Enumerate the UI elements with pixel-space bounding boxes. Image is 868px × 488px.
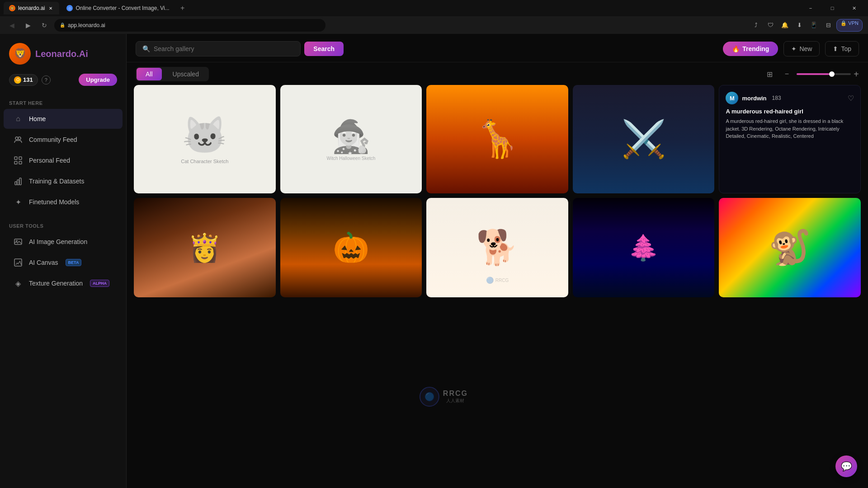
grid-action-2[interactable]: ⊞ xyxy=(284,89,297,101)
forward-button[interactable]: ▶ xyxy=(22,19,34,32)
maximize-button[interactable]: □ xyxy=(822,0,843,16)
tab-close-1[interactable]: ✕ xyxy=(47,5,54,11)
item-actions-2: ⊞ ✎ ⤢ xyxy=(284,89,419,101)
finetuned-icon: ✦ xyxy=(13,197,24,207)
tab-2[interactable]: ◎ Online Converter - Convert Image, Vi..… xyxy=(61,2,175,14)
item-actions-9: ⊞ ✎ ⤢ xyxy=(722,202,857,214)
svg-rect-7 xyxy=(17,180,19,185)
edit-action-1[interactable]: ✎ xyxy=(152,89,165,101)
training-label: Training & Datasets xyxy=(29,178,84,185)
sidebar-icon[interactable]: ⊟ xyxy=(822,19,835,32)
grid-action-8[interactable]: ⊞ xyxy=(576,202,589,214)
gallery-item-4[interactable]: ⚔️ xyxy=(573,85,715,193)
ai-canvas-icon xyxy=(13,257,24,268)
item-actions-1: ⊞ ✎ ⤢ xyxy=(137,89,272,101)
filter-upscaled[interactable]: Upscaled xyxy=(164,68,208,80)
edit-action-2[interactable]: ✎ xyxy=(298,89,311,101)
trending-button[interactable]: 🔥 Trending xyxy=(723,42,778,56)
address-bar[interactable]: 🔒 app.leonardo.ai xyxy=(54,19,326,32)
credits-row: ⬡ 131 ? Upgrade xyxy=(0,74,126,93)
sidebar-item-finetuned[interactable]: ✦ Finetuned Models xyxy=(4,192,123,212)
expand-action-5[interactable]: ⤢ xyxy=(259,202,272,214)
search-button[interactable]: Search xyxy=(304,42,344,56)
tooltip-user: M mordwin 183 ♡ xyxy=(726,92,854,104)
sidebar-item-ai-canvas[interactable]: AI Canvas BETA xyxy=(4,253,123,272)
zoom-thumb[interactable] xyxy=(829,71,835,77)
gallery-item-tooltip[interactable]: M mordwin 183 ♡ A murderous red-haired g… xyxy=(719,85,861,193)
fire-icon: 🔥 xyxy=(732,45,740,52)
sidebar-item-texture[interactable]: ◈ Texture Generation ALPHA xyxy=(4,273,123,293)
sidebar-item-ai-image[interactable]: AI Image Generation xyxy=(4,232,123,252)
sidebar-item-community[interactable]: Community Feed xyxy=(4,130,123,150)
logo-avatar: 🦁 xyxy=(9,43,31,65)
tooltip-username: mordwin xyxy=(742,95,766,102)
download-icon[interactable]: ⬇ xyxy=(793,19,806,32)
credits-value: 131 xyxy=(23,76,33,83)
community-label: Community Feed xyxy=(29,136,77,143)
top-button[interactable]: ⬆ Top xyxy=(825,41,859,56)
grid-action-1[interactable]: ⊞ xyxy=(137,89,150,101)
new-button[interactable]: ✦ New xyxy=(783,41,820,56)
item-actions-6: ⊞ ✎ ⤢ xyxy=(284,202,419,214)
zoom-plus-button[interactable]: + xyxy=(854,69,859,80)
sidebar-item-personal[interactable]: Personal Feed xyxy=(4,150,123,170)
upgrade-button[interactable]: Upgrade xyxy=(79,74,117,86)
credits-icon: ⬡ xyxy=(14,76,21,84)
sidebar-item-training[interactable]: Training & Datasets xyxy=(4,171,123,191)
gallery-item-5[interactable]: 👸 ⊞ ✎ ⤢ xyxy=(134,198,276,297)
svg-point-10 xyxy=(16,240,18,242)
share-icon[interactable]: ⤴ xyxy=(750,19,762,32)
gallery-item-8[interactable]: 🌲 ⊞ ✎ xyxy=(573,198,715,297)
expand-action-1[interactable]: ⤢ xyxy=(259,89,272,101)
tab-favicon-1: 🦁 xyxy=(9,5,15,11)
gallery-item-6[interactable]: 🎃 ⊞ ✎ ⤢ xyxy=(280,198,422,297)
edit-action-6[interactable]: ✎ xyxy=(298,202,311,214)
close-button[interactable]: ✕ xyxy=(844,0,864,16)
grid-view-button[interactable]: ⊞ xyxy=(762,67,777,81)
vpn-badge[interactable]: 🔒 VPN xyxy=(836,19,863,32)
minimize-button[interactable]: − xyxy=(800,0,821,16)
user-tools-label: User Tools xyxy=(0,216,126,231)
filter-all[interactable]: All xyxy=(137,68,162,80)
minus-button[interactable]: − xyxy=(779,67,794,81)
chat-button[interactable]: 💬 xyxy=(835,455,857,477)
help-button[interactable]: ? xyxy=(42,75,51,84)
gallery-item-9[interactable]: 🐒 ⊞ ✎ ⤢ xyxy=(719,198,861,297)
community-icon xyxy=(13,134,24,145)
grid-action-9[interactable]: ⊞ xyxy=(722,202,735,214)
gallery-item-1[interactable]: 🐱 Cat Character Sketch ⊞ ✎ ⤢ xyxy=(134,85,276,193)
edit-action-8[interactable]: ✎ xyxy=(591,202,604,214)
tab-bar: 🦁 leonardo.ai ✕ ◎ Online Converter - Con… xyxy=(0,0,868,16)
tab-active[interactable]: 🦁 leonardo.ai ✕ xyxy=(4,2,59,14)
training-icon xyxy=(13,176,24,187)
grid-action-5[interactable]: ⊞ xyxy=(137,202,150,214)
search-icon: 🔍 xyxy=(142,45,150,52)
browser-toolbar-icons: ⤴ 🛡 🔔 ⬇ 📱 ⊟ 🔒 VPN xyxy=(750,19,863,32)
search-input[interactable] xyxy=(154,45,294,52)
grid-action-6[interactable]: ⊞ xyxy=(284,202,297,214)
home-icon: ⌂ xyxy=(13,113,24,124)
browser-controls: ◀ ▶ ↻ 🔒 app.leonardo.ai ⤴ 🛡 🔔 ⬇ 📱 ⊟ 🔒 VP… xyxy=(0,16,868,34)
gallery-item-7[interactable]: 🐕 🔵 RRCG xyxy=(426,198,568,297)
sidebar-item-home[interactable]: ⌂ Home xyxy=(4,109,123,129)
alert-icon[interactable]: 🔔 xyxy=(778,19,791,32)
expand-action-2[interactable]: ⤢ xyxy=(406,89,418,101)
zoom-track[interactable] xyxy=(797,73,851,75)
reload-button[interactable]: ↻ xyxy=(38,19,51,32)
tab-add-button[interactable]: + xyxy=(177,2,189,14)
ai-image-icon xyxy=(13,236,24,247)
gallery-item-3[interactable]: 🦒 xyxy=(426,85,568,193)
screen-icon[interactable]: 📱 xyxy=(807,19,820,32)
back-button[interactable]: ◀ xyxy=(5,19,18,32)
svg-rect-5 xyxy=(19,161,22,164)
shield-icon[interactable]: 🛡 xyxy=(764,19,777,32)
svg-rect-4 xyxy=(14,161,17,164)
expand-action-9[interactable]: ⤢ xyxy=(844,202,857,214)
tooltip-heart-icon[interactable]: ♡ xyxy=(848,94,854,103)
edit-action-5[interactable]: ✎ xyxy=(152,202,165,214)
expand-action-6[interactable]: ⤢ xyxy=(406,202,418,214)
gallery-item-2[interactable]: 🧙‍♀️ Witch Halloween Sketch ⊞ ✎ ⤢ xyxy=(280,85,422,193)
home-label: Home xyxy=(29,115,46,122)
edit-action-9[interactable]: ✎ xyxy=(737,202,750,214)
start-here-label: Start Here xyxy=(0,93,126,108)
